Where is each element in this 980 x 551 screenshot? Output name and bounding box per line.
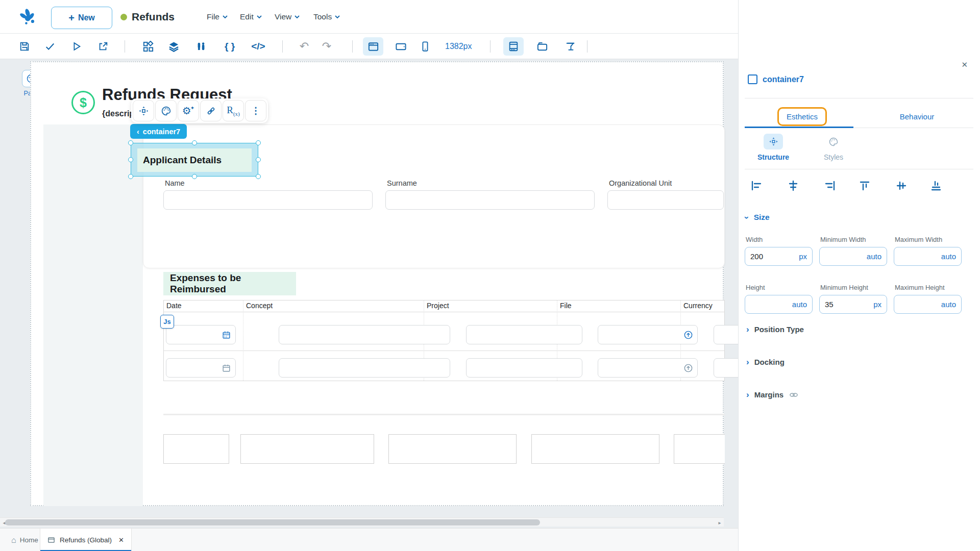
footer-cell[interactable] (531, 434, 659, 464)
align-left-button[interactable] (748, 177, 765, 194)
variables-button[interactable]: { } (219, 34, 240, 59)
properties-widget-button[interactable]: ⚙ ✦ (178, 100, 199, 121)
subtab-structure[interactable]: Structure (743, 134, 804, 161)
subtab-styles[interactable]: Styles (803, 134, 864, 161)
date-input-row1[interactable] (166, 325, 236, 344)
tablet-viewport-button[interactable] (390, 34, 411, 59)
tab-behaviour[interactable]: Behaviour (860, 105, 974, 128)
layers-button[interactable] (163, 34, 184, 59)
desktop-viewport-button[interactable] (363, 37, 383, 56)
resize-handle-se[interactable] (256, 174, 261, 179)
menu-file[interactable]: File (207, 0, 228, 34)
name-input[interactable] (163, 190, 373, 210)
position-type-section[interactable]: › Position Type (746, 325, 804, 334)
components-button[interactable] (138, 34, 158, 59)
max-width-input-field[interactable] (894, 247, 961, 265)
project-input-row2[interactable] (466, 358, 582, 378)
align-top-button[interactable] (856, 177, 873, 194)
element-checkbox[interactable] (748, 74, 757, 84)
resize-handle-n[interactable] (192, 140, 197, 145)
selected-container7[interactable]: Applicant Details (131, 143, 258, 177)
tab-esthetics[interactable]: Esthetics (745, 105, 860, 128)
js-event-badge[interactable]: Js (160, 315, 174, 329)
min-width-input[interactable] (819, 247, 887, 266)
style-widget-button[interactable] (155, 100, 177, 121)
layout-panel-button[interactable] (503, 37, 524, 56)
link-widget-button[interactable] (200, 100, 222, 121)
resize-handle-sw[interactable] (128, 174, 133, 179)
size-section-header[interactable]: › Size (746, 213, 770, 222)
resize-handle-e[interactable] (256, 157, 261, 162)
upload-icon[interactable] (683, 330, 693, 340)
phone-viewport-button[interactable] (415, 34, 435, 59)
currency-input-row1[interactable] (714, 325, 738, 344)
concept-input-row1[interactable] (279, 325, 450, 344)
file-input-row1[interactable] (598, 325, 698, 344)
save-button[interactable] (14, 34, 35, 59)
run-button[interactable] (66, 34, 87, 59)
selection-breadcrumb-chip[interactable]: ‹ container7 (130, 124, 187, 139)
flow-button[interactable] (191, 34, 211, 59)
resize-handle-s[interactable] (192, 174, 197, 179)
tab-home[interactable]: ⌂ Home (6, 529, 43, 551)
export-button[interactable] (93, 34, 113, 59)
upload-icon[interactable] (683, 363, 693, 373)
min-height-input[interactable]: px (819, 295, 887, 314)
expenses-section-title[interactable]: Expenses to be Reimbursed (163, 272, 296, 295)
app-logo-icon[interactable] (18, 7, 38, 27)
margins-section[interactable]: › Margins (746, 390, 799, 399)
scroll-right-arrow[interactable]: ▸ (716, 518, 724, 527)
new-button[interactable]: + New (51, 7, 112, 29)
more-options-button[interactable]: ⋮ (245, 100, 266, 121)
expenses-grid[interactable]: Date Concept Project File Currency (163, 300, 725, 381)
menu-view[interactable]: View (275, 0, 300, 34)
rules-widget-button[interactable]: R(x) (223, 100, 244, 121)
footer-cell[interactable] (163, 434, 229, 464)
applicant-details-title[interactable]: Applicant Details (137, 148, 252, 172)
footer-cell[interactable] (240, 434, 374, 464)
width-input-field[interactable] (745, 247, 812, 265)
link-margins-icon[interactable] (789, 391, 799, 398)
currency-input-row2[interactable] (714, 358, 738, 378)
align-middle-vertical-button[interactable] (893, 177, 910, 194)
menu-tools[interactable]: Tools (313, 0, 340, 34)
min-height-input-field[interactable] (820, 295, 887, 313)
min-width-input-field[interactable] (820, 247, 887, 265)
calendar-icon[interactable] (222, 363, 231, 373)
file-input-row2[interactable] (598, 358, 698, 378)
filter-control-button[interactable] (560, 34, 580, 59)
max-height-input-field[interactable] (894, 295, 961, 313)
concept-input-row2[interactable] (279, 358, 450, 378)
undo-button[interactable]: ↶ (294, 34, 314, 59)
align-bottom-button[interactable] (927, 177, 945, 194)
move-widget-button[interactable] (133, 100, 154, 121)
source-code-button[interactable]: </> (248, 34, 268, 59)
close-tab-icon[interactable]: ✕ (118, 536, 124, 544)
date-input-row2[interactable] (166, 358, 236, 378)
horizontal-scrollbar[interactable]: ◂ ▸ (0, 517, 724, 527)
calendar-icon[interactable] (222, 330, 231, 340)
resize-handle-ne[interactable] (256, 140, 261, 145)
tab-refunds-global[interactable]: Refunds (Global) ✕ (40, 529, 132, 551)
close-panel-icon[interactable]: ✕ (961, 60, 968, 69)
docking-section[interactable]: › Docking (746, 358, 785, 366)
align-center-horizontal-button[interactable] (785, 177, 802, 194)
max-height-input[interactable] (894, 295, 962, 314)
validate-button[interactable] (40, 34, 60, 59)
scrollbar-thumb[interactable] (5, 519, 540, 525)
footer-cell[interactable] (388, 434, 517, 464)
height-input-field[interactable] (745, 295, 812, 313)
surname-input[interactable] (385, 190, 595, 210)
orgunit-input[interactable] (607, 190, 724, 210)
menu-edit[interactable]: Edit (240, 0, 262, 34)
resize-handle-nw[interactable] (128, 140, 133, 145)
align-right-button[interactable] (821, 177, 839, 194)
width-input[interactable]: px (745, 247, 813, 266)
max-width-input[interactable] (894, 247, 962, 266)
height-input[interactable] (745, 295, 813, 314)
footer-cell[interactable] (674, 434, 725, 464)
tab-control-button[interactable] (532, 34, 552, 59)
resize-handle-w[interactable] (128, 157, 133, 162)
project-input-row1[interactable] (466, 325, 582, 344)
redo-button[interactable]: ↷ (316, 34, 337, 59)
